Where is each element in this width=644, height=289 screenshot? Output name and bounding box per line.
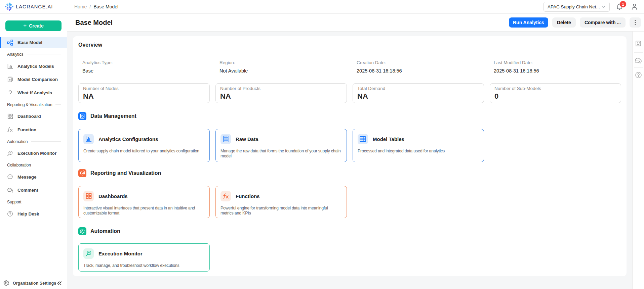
page-actions: Run Analytics Delete Compare with ...	[509, 17, 641, 28]
sidebar-nav: Base Model Analytics Analytics Models	[0, 36, 67, 221]
sidebar-section-label: Analytics	[7, 52, 23, 57]
stat-total-demand: Total Demand NA	[353, 83, 484, 103]
breadcrumb-current: Base Model	[93, 4, 118, 9]
sidebar-item-help-desk[interactable]: Help Desk	[0, 207, 67, 221]
card-execution-monitor[interactable]: Execution Monitor Track, manage, and tro…	[78, 243, 210, 272]
card-model-tables[interactable]: Model Tables Processed and integrated da…	[353, 129, 484, 162]
section-reporting-visualization: Reporting and Visualization	[78, 169, 621, 177]
card-description: Track, manage, and troubleshoot workflow…	[83, 263, 205, 268]
breadcrumb-home[interactable]: Home	[74, 4, 87, 9]
card-raw-data[interactable]: Raw Data Manage the raw data that forms …	[215, 129, 347, 162]
monitor-search-icon	[7, 150, 13, 156]
comments-panel-button[interactable]	[633, 57, 644, 64]
chat-bubbles-icon	[635, 57, 642, 64]
stat-value: NA	[220, 92, 343, 101]
plus-icon: +	[23, 23, 27, 29]
section-rule-line	[27, 54, 61, 54]
rail-divider	[634, 52, 643, 53]
overview-title: Overview	[78, 36, 621, 52]
notifications-button[interactable]: 1	[616, 3, 623, 10]
sidebar-item-base-model[interactable]: Base Model	[0, 36, 67, 49]
field-analytics-type: Analytics Type: Base	[78, 60, 210, 74]
card-title: Model Tables	[373, 136, 404, 142]
section-title: Reporting and Visualization	[90, 170, 161, 176]
help-button[interactable]	[633, 71, 644, 79]
sidebar-section-analytics: Analytics	[0, 49, 67, 60]
sidebar-item-label: Function	[17, 127, 36, 132]
bar-chart-icon	[7, 63, 13, 69]
sidebar-item-message[interactable]: Message	[0, 170, 67, 184]
rail-divider	[634, 67, 643, 68]
card-title: Raw Data	[236, 136, 258, 142]
sidebar-item-what-if-analysis[interactable]: What-if Analysis	[0, 86, 67, 100]
card-description: Processed and integrated data used for a…	[358, 149, 479, 154]
create-button[interactable]: + Create	[5, 20, 62, 31]
stat-label: Number of Sub-Models	[494, 86, 617, 91]
delete-button[interactable]: Delete	[552, 17, 576, 28]
card-title: Execution Monitor	[98, 251, 143, 256]
compare-with-button[interactable]: Compare with ...	[580, 17, 626, 28]
field-creation-date: Creation Date: 2025-08-31 16:18:56	[353, 60, 484, 74]
gear-icon	[78, 227, 86, 235]
section-title: Automation	[90, 228, 120, 234]
section-divider	[78, 238, 621, 238]
section-data-management: Data Management	[78, 112, 621, 120]
sidebar-item-execution-monitor[interactable]: Execution Monitor	[0, 147, 67, 160]
sidebar-item-comment[interactable]: Comment	[0, 184, 67, 197]
field-label: Analytics Type:	[82, 60, 210, 65]
section-divider	[78, 123, 621, 123]
database-doc-icon	[78, 112, 86, 120]
collapse-sidebar-icon[interactable]	[57, 281, 62, 286]
app: LAGRANGE.AI + Create Base Model Analytic…	[0, 0, 644, 289]
notification-badge: 1	[619, 1, 627, 8]
sidebar-item-label: Message	[17, 175, 36, 180]
field-region: Region: Not Available	[215, 60, 347, 74]
page-header: Base Model Run Analytics Delete Compare …	[67, 14, 644, 32]
reporting-cards: Dashboards Interactive visual interfaces…	[78, 186, 621, 218]
sidebar-item-model-comparison[interactable]: Model Comparison	[0, 73, 67, 86]
sidebar-section-label: Automation	[7, 139, 28, 144]
sidebar-item-dashboard[interactable]: Dashboard	[0, 110, 67, 123]
gear-icon[interactable]	[3, 280, 9, 286]
section-rule-line	[25, 202, 61, 202]
stat-label: Number of Products	[220, 86, 343, 91]
section-automation: Automation	[78, 227, 621, 235]
page-title: Base Model	[75, 19, 113, 27]
topbar: Home / Base Model APAC Supply Chain Net.…	[67, 0, 644, 14]
card-header: Dashboards	[83, 191, 205, 201]
section-rule-line	[55, 104, 61, 105]
automation-cards: Execution Monitor Track, manage, and tro…	[78, 243, 621, 272]
field-value: Not Available	[219, 68, 347, 74]
workspace-select[interactable]: APAC Supply Chain Net...	[544, 2, 610, 12]
run-analytics-button[interactable]: Run Analytics	[509, 17, 548, 28]
organization-settings-label[interactable]: Organization Settings	[13, 281, 57, 286]
field-value: 2025-08-31 16:18:56	[357, 68, 484, 74]
more-actions-button[interactable]	[630, 17, 641, 28]
sidebar-item-label: What-if Analysis	[17, 90, 52, 95]
stat-label: Total Demand	[357, 86, 480, 91]
body-row: Overview Analytics Type: Base Region: No…	[67, 32, 644, 289]
sidebar-item-label: Dashboard	[17, 114, 41, 119]
field-value: Base	[82, 68, 210, 74]
lagrange-logo-icon	[5, 2, 13, 11]
grid-icon	[83, 191, 94, 201]
main-area: Home / Base Model APAC Supply Chain Net.…	[67, 0, 644, 289]
ai-assistant-button[interactable]	[633, 41, 644, 48]
card-header: Model Tables	[358, 134, 479, 144]
stat-number-of-nodes: Number of Nodes NA	[78, 83, 210, 103]
card-functions[interactable]: Functions Powerful engine for transformi…	[215, 186, 347, 218]
card-header: Raw Data	[220, 134, 342, 144]
user-avatar-icon[interactable]	[631, 3, 638, 10]
field-label: Region:	[219, 60, 347, 65]
section-rule-line	[31, 141, 61, 142]
logo[interactable]: LAGRANGE.AI	[0, 0, 67, 14]
card-analytics-configurations[interactable]: Analytics Configurations Create supply c…	[78, 129, 210, 162]
card-dashboards[interactable]: Dashboards Interactive visual interfaces…	[78, 186, 210, 218]
robot-icon	[635, 41, 642, 48]
sidebar-item-function[interactable]: Function	[0, 123, 67, 137]
table-icon	[358, 134, 368, 144]
sidebar-footer: Organization Settings	[0, 277, 67, 289]
sidebar-item-analytics-models[interactable]: Analytics Models	[0, 59, 67, 73]
card-header: Functions	[220, 191, 342, 201]
sidebar-section-label: Reporting & Visualization	[7, 102, 52, 107]
